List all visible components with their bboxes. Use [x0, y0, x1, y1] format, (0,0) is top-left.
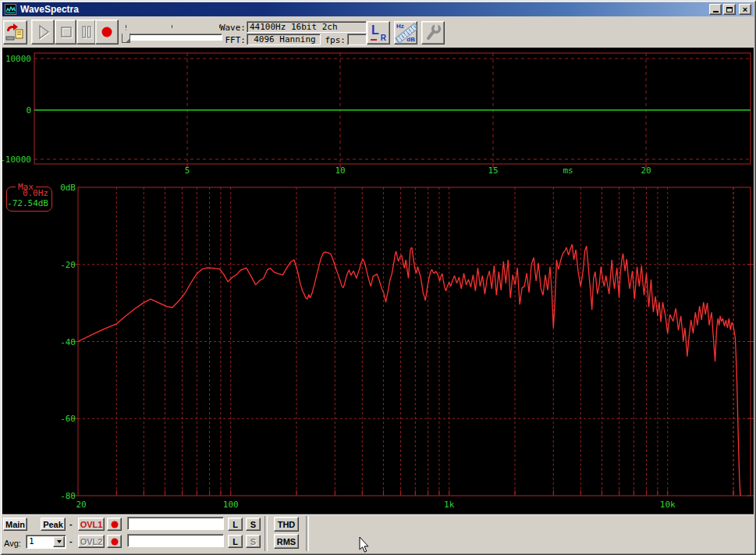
fps-field[interactable] [347, 34, 367, 45]
wave-ytick-label: 0 [26, 105, 31, 116]
minimize-icon [713, 11, 719, 12]
pause-icon [77, 20, 95, 44]
spectrum-ytick-label: -40 [60, 337, 76, 347]
wavespectra-window: { "window": { "title": "WaveSpectra" }, … [0, 0, 756, 555]
wave-ytick-label: -10000 [2, 155, 31, 165]
toolbar-separator [306, 516, 309, 551]
ovl2-button[interactable]: OVL2 [78, 535, 105, 548]
stop-button[interactable] [55, 20, 76, 44]
avg-label: Avg: [4, 539, 21, 548]
toolbar: Wave: 44100Hz 16bit 2ch FFT: 4096 Hannin… [2, 16, 754, 48]
slider-tick [172, 25, 172, 28]
ovl1-record-button[interactable] [107, 518, 122, 531]
stop-icon [55, 20, 76, 44]
pause-button[interactable] [76, 20, 96, 44]
peak-toggle-button[interactable]: Peak [41, 518, 66, 531]
chevron-down-icon [57, 540, 62, 543]
app-icon [5, 3, 17, 16]
wave-xtick-label: 20 [641, 165, 651, 176]
avg-value: 1 [29, 536, 34, 546]
play-icon [32, 20, 54, 44]
spectrum-ytick-label: 0dB [60, 183, 76, 193]
spectrum-trace [78, 244, 740, 496]
fft-label: FFT: [217, 35, 246, 45]
spectrum-xtick-label: 1k [444, 500, 455, 510]
slider-tick [126, 25, 126, 28]
ovl2-save-button[interactable]: S [246, 535, 261, 548]
ovl1-button[interactable]: OVL1 [78, 518, 105, 531]
settings-button[interactable] [421, 21, 445, 44]
wave-plot-border [34, 53, 751, 164]
icon-letter-r: R [381, 34, 386, 42]
chart-panel: 100000-100005101520ms0dB-20-40-60-802010… [2, 48, 754, 514]
close-icon: × [743, 5, 747, 13]
red-dot-icon [110, 537, 119, 546]
record-icon [96, 20, 118, 44]
window-title: WaveSpectra [20, 4, 79, 15]
ovl2-record-button[interactable] [107, 535, 122, 548]
ovl1-load-button[interactable]: L [228, 518, 243, 531]
dash-separator: - [69, 536, 73, 546]
ovl2-file-input[interactable] [127, 534, 224, 547]
icon-letter-l: L [371, 23, 379, 37]
avg-select[interactable]: 1 [26, 535, 66, 549]
record-button[interactable] [95, 20, 119, 44]
wave-label: Wave: [217, 23, 246, 33]
window-frame: WaveSpectra × [0, 0, 756, 555]
close-button[interactable]: × [739, 4, 751, 15]
slider-track[interactable] [123, 34, 222, 41]
wave-format-field[interactable]: 44100Hz 16bit 2ch [247, 21, 367, 33]
wave-xtick-label: 5 [185, 165, 190, 176]
wrench-icon [422, 22, 444, 44]
wave-output-icon [4, 21, 27, 44]
lr-channel-icon: L R [367, 22, 389, 44]
slider-thumb[interactable] [122, 30, 130, 43]
ovl2-load-button[interactable]: L [228, 535, 243, 548]
icon-red-mark [371, 39, 377, 41]
main-toggle-button[interactable]: Main [3, 518, 27, 531]
red-dot-icon [110, 520, 119, 529]
maximize-button[interactable] [723, 4, 736, 15]
spectrum-xtick-label: 100 [223, 500, 239, 510]
icon-db: dB [406, 36, 415, 43]
wave-x-unit-label: ms [563, 165, 573, 176]
titlebar[interactable]: WaveSpectra × [2, 2, 754, 16]
spectrum-ytick-label: -80 [60, 491, 76, 501]
channel-select-button[interactable]: L R [367, 21, 390, 44]
ovl1-save-button[interactable]: S [246, 518, 261, 531]
wave-ytick-label: 10000 [5, 54, 31, 64]
spectrum-xtick-label: 20 [76, 500, 86, 510]
charts-svg: 100000-100005101520ms0dB-20-40-60-802010… [2, 48, 754, 514]
thd-button[interactable]: THD [274, 517, 299, 532]
dash-separator: - [69, 519, 73, 528]
bottom-toolbar: Main Peak - OVL1 L S Avg: 1 - OVL2 L S T… [2, 514, 754, 553]
axis-scale-button[interactable]: Hz dB [394, 21, 417, 44]
position-slider[interactable] [121, 23, 225, 45]
ovl1-file-input[interactable] [127, 517, 224, 530]
toolbar-separator [264, 516, 268, 551]
avg-dropdown-button[interactable] [53, 536, 65, 547]
io-device-button[interactable] [3, 20, 27, 44]
spectrum-xtick-label: 10k [660, 500, 676, 510]
fps-label: fps: [321, 35, 346, 45]
max-readout: Max 0.0Hz -72.54dB [6, 187, 52, 212]
spectrum-ytick-label: -20 [60, 260, 76, 270]
fft-settings-field[interactable]: 4096 Hanning [247, 34, 321, 45]
max-level: -72.54dB [7, 199, 48, 208]
wave-xtick-label: 15 [488, 165, 498, 176]
spectrum-ytick-label: -60 [60, 414, 76, 424]
play-button[interactable] [31, 20, 55, 44]
max-frequency: 0.0Hz [23, 189, 48, 198]
maximize-icon [726, 7, 733, 12]
hz-db-ruler-icon: Hz dB [395, 22, 417, 44]
wave-xtick-label: 10 [335, 165, 345, 176]
icon-hz: Hz [396, 23, 404, 30]
rms-button[interactable]: RMS [274, 534, 299, 549]
window-controls: × [708, 4, 751, 15]
minimize-button[interactable] [709, 4, 722, 15]
